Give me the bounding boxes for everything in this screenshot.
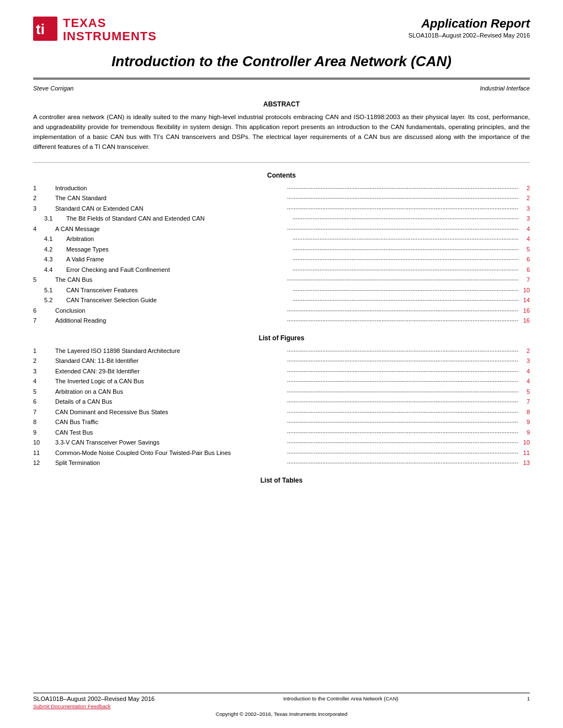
toc-row: 6Conclusion ····························… bbox=[33, 306, 530, 315]
footer-left: SLOA101B–August 2002–Revised May 2016 Su… bbox=[33, 695, 155, 709]
toc-row: 3Standard CAN or Extended CAN ··········… bbox=[33, 204, 530, 213]
toc-row: 4A CAN Message ·························… bbox=[33, 224, 530, 234]
tables-title: List of Tables bbox=[33, 477, 530, 484]
toc-entry-page[interactable]: 2 bbox=[519, 194, 530, 203]
footer-main: SLOA101B–August 2002–Revised May 2016 Su… bbox=[33, 695, 530, 709]
toc-entry-page[interactable]: 9 bbox=[519, 428, 530, 437]
toc-entry-dots: ········································… bbox=[287, 458, 519, 468]
toc-entry-page[interactable]: 4 bbox=[519, 224, 530, 234]
toc-row: 7CAN Dominant and Recessive Bus States ·… bbox=[33, 408, 530, 417]
toc-entry-dots: ········································… bbox=[287, 204, 519, 213]
toc-entry-page[interactable]: 6 bbox=[519, 255, 530, 264]
toc-entry-page[interactable]: 11 bbox=[519, 448, 530, 458]
toc-entry-label: Standard CAN or Extended CAN bbox=[55, 204, 287, 213]
toc-entry-page[interactable]: 5 bbox=[519, 245, 530, 254]
toc-entry-page[interactable]: 10 bbox=[519, 438, 530, 447]
toc-entry-dots: ········································… bbox=[287, 377, 519, 386]
toc-entry-num: 3 bbox=[33, 367, 55, 376]
toc-row: 5.2CAN Transceiver Selection Guide ·····… bbox=[33, 296, 530, 305]
toc-entry-page[interactable]: 2 bbox=[519, 184, 530, 193]
toc-entry-dots: ········································… bbox=[287, 438, 519, 447]
toc-row: 5Arbitration on a CAN Bus ··············… bbox=[33, 387, 530, 397]
toc-entry-page[interactable]: 5 bbox=[519, 387, 530, 397]
toc-entry-label: Arbitration on a CAN Bus bbox=[55, 387, 287, 397]
toc-entry-page[interactable]: 4 bbox=[519, 377, 530, 386]
toc-entry-page[interactable]: 8 bbox=[519, 408, 530, 417]
toc-entry-label: 3.3-V CAN Transceiver Power Savings bbox=[55, 438, 287, 447]
toc-entry-page[interactable]: 2 bbox=[519, 346, 530, 356]
toc-entry-label: CAN Dominant and Recessive Bus States bbox=[55, 408, 287, 417]
ti-logo-icon: ti bbox=[33, 17, 60, 43]
toc-entry-page[interactable]: 9 bbox=[519, 417, 530, 427]
abstract-title: ABSTRACT bbox=[33, 100, 530, 108]
toc-entry-page[interactable]: 16 bbox=[519, 306, 530, 315]
ti-logo: ti TEXAS INSTRUMENTS bbox=[33, 17, 157, 43]
author-line: Steve Corrigan Industrial Interface bbox=[0, 79, 563, 92]
toc-entry-page[interactable]: 3 bbox=[519, 214, 530, 223]
toc-entry-dots: ········································… bbox=[287, 224, 519, 234]
toc-entry-num: 5 bbox=[33, 275, 55, 285]
toc-entry-dots: ········································… bbox=[287, 346, 519, 356]
toc-row: 9CAN Test Bus ··························… bbox=[33, 428, 530, 437]
toc-entry-page[interactable]: 16 bbox=[519, 316, 530, 325]
toc-entry-num: 4.2 bbox=[33, 245, 66, 254]
toc-entry-page[interactable]: 3 bbox=[519, 204, 530, 213]
page: ti TEXAS INSTRUMENTS Application Report … bbox=[0, 0, 563, 728]
toc-entry-num: 2 bbox=[33, 194, 55, 203]
app-report-subtitle: SLOA101B–August 2002–Revised May 2016 bbox=[408, 32, 530, 39]
toc-entry-num: 3 bbox=[33, 204, 55, 213]
toc-row: 1The Layered ISO 11898 Standard Architec… bbox=[33, 346, 530, 356]
toc-entry-label: CAN Transceiver Selection Guide bbox=[66, 296, 293, 305]
figures-section: List of Figures 1The Layered ISO 11898 S… bbox=[0, 326, 563, 468]
toc-row: 2The CAN Standard ······················… bbox=[33, 194, 530, 203]
toc-entry-label: The Layered ISO 11898 Standard Architect… bbox=[55, 346, 287, 356]
toc-entry-page[interactable]: 10 bbox=[519, 286, 530, 295]
toc-row: 103.3-V CAN Transceiver Power Savings ··… bbox=[33, 438, 530, 447]
ti-instruments-label: INSTRUMENTS bbox=[63, 30, 157, 43]
author-dept: Industrial Interface bbox=[480, 85, 530, 92]
toc-entry-label: Standard CAN: 11-Bit Identifier bbox=[55, 356, 287, 366]
main-title-area: Introduction to the Controller Area Netw… bbox=[0, 43, 563, 70]
author-name: Steve Corrigan bbox=[33, 85, 73, 92]
toc-row: 12Split Termination ····················… bbox=[33, 458, 530, 468]
toc-title: Contents bbox=[33, 172, 530, 179]
toc-entry-num: 4.4 bbox=[33, 265, 66, 275]
toc-entry-dots: ········································… bbox=[287, 194, 519, 203]
toc-entry-dots: ········································… bbox=[287, 408, 519, 417]
toc-row: 4.2Message Types ·······················… bbox=[33, 245, 530, 254]
toc-row: 3Extended CAN: 29-Bit Identifier ·······… bbox=[33, 367, 530, 376]
toc-entry-dots: ········································… bbox=[287, 306, 519, 315]
toc-entry-page[interactable]: 7 bbox=[519, 397, 530, 406]
toc-entry-label: The Inverted Logic of a CAN Bus bbox=[55, 377, 287, 386]
toc-entry-page[interactable]: 3 bbox=[519, 356, 530, 366]
toc-entry-dots: ········································… bbox=[287, 367, 519, 376]
toc-entry-dots: ········································… bbox=[287, 356, 519, 366]
toc-row: 4.1Arbitration ·························… bbox=[33, 234, 530, 244]
toc-entry-dots: ········································… bbox=[287, 428, 519, 437]
toc-entry-num: 11 bbox=[33, 448, 55, 458]
toc-entry-num: 7 bbox=[33, 408, 55, 417]
toc-row: 7Additional Reading ····················… bbox=[33, 316, 530, 325]
toc-entry-page[interactable]: 4 bbox=[519, 234, 530, 244]
toc-entry-num: 1 bbox=[33, 184, 55, 193]
toc-entry-label: The CAN Bus bbox=[55, 275, 287, 285]
toc-row: 4.4Error Checking and Fault Confinement … bbox=[33, 265, 530, 275]
toc-entry-page[interactable]: 13 bbox=[519, 458, 530, 468]
submit-feedback-link[interactable]: Submit Documentation Feedback bbox=[33, 703, 155, 709]
footer: SLOA101B–August 2002–Revised May 2016 Su… bbox=[0, 693, 563, 717]
abstract-section: ABSTRACT A controller area network (CAN)… bbox=[0, 92, 563, 152]
toc-entry-num: 4.3 bbox=[33, 255, 66, 264]
footer-doc-id: SLOA101B–August 2002–Revised May 2016 bbox=[33, 695, 155, 702]
ti-texas-label: TEXAS bbox=[63, 17, 157, 30]
toc-entry-dots: ········································… bbox=[293, 245, 519, 254]
toc-entry-dots: ········································… bbox=[293, 286, 519, 295]
svg-text:ti: ti bbox=[36, 21, 45, 38]
toc-entry-page[interactable]: 14 bbox=[519, 296, 530, 305]
toc-row: 3.1The Bit Fields of Standard CAN and Ex… bbox=[33, 214, 530, 223]
toc-entry-page[interactable]: 6 bbox=[519, 265, 530, 275]
toc-entry-num: 6 bbox=[33, 397, 55, 406]
toc-entry-label: Split Termination bbox=[55, 458, 287, 468]
toc-entry-page[interactable]: 7 bbox=[519, 275, 530, 285]
toc-entry-page[interactable]: 4 bbox=[519, 367, 530, 376]
app-report-area: Application Report SLOA101B–August 2002–… bbox=[408, 17, 530, 39]
